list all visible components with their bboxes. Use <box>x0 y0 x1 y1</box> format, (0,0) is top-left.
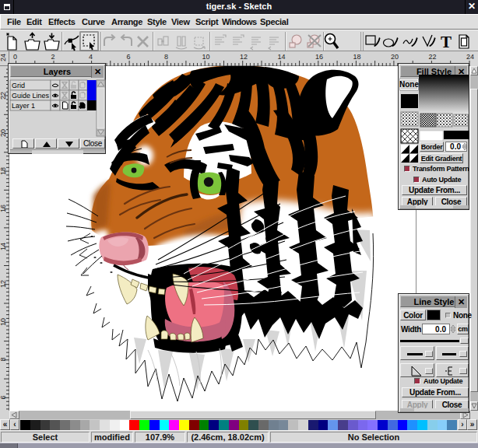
svg-text:Grid: Grid <box>12 82 25 89</box>
svg-text:None: None <box>399 80 419 89</box>
svg-text:Layer 1: Layer 1 <box>12 102 35 110</box>
svg-text:Guide Lines: Guide Lines <box>12 92 50 100</box>
svg-text:T: T <box>441 33 452 51</box>
